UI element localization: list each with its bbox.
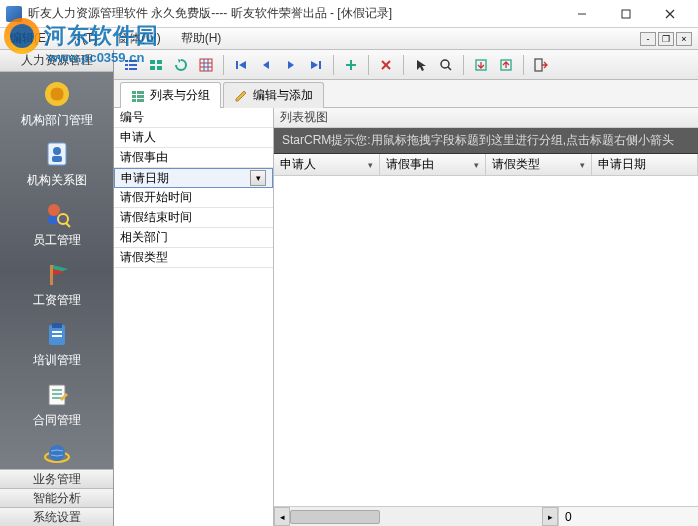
- svg-rect-24: [129, 60, 137, 62]
- chevron-down-icon[interactable]: ▾: [474, 160, 479, 170]
- notepad-icon: [41, 378, 73, 410]
- scroll-left-icon[interactable]: ◂: [274, 507, 290, 526]
- field-row[interactable]: 请假开始时间: [114, 188, 273, 208]
- field-row[interactable]: 请假事由: [114, 148, 273, 168]
- field-row[interactable]: 编号: [114, 108, 273, 128]
- left-navigation: 人力资源管理 机构部门管理 机构关系图 员工管理 工资管理 培训管理: [0, 50, 114, 526]
- field-label: 请假结束时间: [120, 209, 192, 226]
- field-row-selected[interactable]: 申请日期▾: [114, 168, 273, 188]
- footer-btn-settings[interactable]: 系统设置: [0, 507, 113, 526]
- pencil-icon: [234, 89, 248, 103]
- maximize-button[interactable]: [604, 0, 648, 28]
- svg-rect-29: [150, 60, 155, 64]
- toolbar-separator: [523, 55, 524, 75]
- toolbar-separator: [368, 55, 369, 75]
- field-label: 编号: [120, 109, 144, 126]
- nav-item-training[interactable]: 培训管理: [0, 312, 113, 372]
- tab-list-group[interactable]: 列表与分组: [120, 82, 221, 108]
- close-button[interactable]: [648, 0, 692, 28]
- col-label: 申请日期: [598, 156, 646, 173]
- nav-label: 合同管理: [33, 412, 81, 429]
- toolbar-pointer-icon[interactable]: [410, 54, 432, 76]
- svg-rect-28: [129, 68, 137, 70]
- svg-rect-17: [49, 385, 65, 405]
- dropdown-icon[interactable]: ▾: [250, 170, 266, 186]
- mdi-close-button[interactable]: ×: [676, 32, 692, 46]
- field-row[interactable]: 请假结束时间: [114, 208, 273, 228]
- toolbar-find-icon[interactable]: [435, 54, 457, 76]
- nav-section-header[interactable]: 人力资源管理: [0, 50, 113, 72]
- phone-icon: [41, 78, 73, 110]
- mdi-minimize-button[interactable]: -: [640, 32, 656, 46]
- horizontal-scrollbar[interactable]: ◂ ▸: [274, 507, 558, 526]
- svg-rect-49: [132, 91, 136, 94]
- menu-help[interactable]: 帮助(H): [177, 28, 226, 49]
- nav-item-org-chart[interactable]: 机构关系图: [0, 132, 113, 192]
- toolbar-delete-icon[interactable]: [375, 54, 397, 76]
- app-icon: [6, 6, 22, 22]
- grid-column-header[interactable]: 申请日期: [592, 154, 698, 175]
- toolbar-first-icon[interactable]: [230, 54, 252, 76]
- svg-rect-53: [132, 99, 136, 102]
- scroll-thumb[interactable]: [290, 510, 380, 524]
- nav-label: 员工管理: [33, 232, 81, 249]
- field-row[interactable]: 申请人: [114, 128, 273, 148]
- grid-column-header[interactable]: 申请人▾: [274, 154, 380, 175]
- svg-rect-26: [129, 64, 137, 66]
- footer-btn-analysis[interactable]: 智能分析: [0, 488, 113, 507]
- grid-column-header[interactable]: 请假事由▾: [380, 154, 486, 175]
- nav-item-salary[interactable]: 工资管理: [0, 252, 113, 312]
- field-row[interactable]: 相关部门: [114, 228, 273, 248]
- nav-item-org-dept[interactable]: 机构部门管理: [0, 72, 113, 132]
- globe-icon: [41, 438, 73, 469]
- field-row[interactable]: 请假类型: [114, 248, 273, 268]
- toolbar-next-icon[interactable]: [280, 54, 302, 76]
- status-count: 0: [558, 507, 698, 526]
- svg-rect-7: [52, 156, 62, 162]
- chevron-down-icon[interactable]: ▾: [368, 160, 373, 170]
- toolbar-list-icon[interactable]: [120, 54, 142, 76]
- toolbar-last-icon[interactable]: [305, 54, 327, 76]
- svg-rect-12: [50, 265, 53, 285]
- tab-edit-add[interactable]: 编辑与添加: [223, 82, 324, 108]
- toolbar-grid-icon[interactable]: [195, 54, 217, 76]
- chevron-down-icon[interactable]: ▾: [580, 160, 585, 170]
- footer-btn-business[interactable]: 业务管理: [0, 469, 113, 488]
- toolbar-import-icon[interactable]: [470, 54, 492, 76]
- svg-rect-25: [125, 64, 128, 66]
- scroll-right-icon[interactable]: ▸: [542, 507, 558, 526]
- nav-item-contract[interactable]: 合同管理: [0, 372, 113, 432]
- toolbar-card-icon[interactable]: [145, 54, 167, 76]
- grid-column-header[interactable]: 请假类型▾: [486, 154, 592, 175]
- svg-rect-48: [535, 59, 542, 71]
- nav-item-employee[interactable]: 员工管理: [0, 192, 113, 252]
- window-title: 昕友人力资源管理软件 永久免费版---- 昕友软件荣誉出品 - [休假记录]: [28, 5, 560, 22]
- svg-point-8: [48, 204, 60, 216]
- menu-edit[interactable]: 编辑(E): [6, 28, 54, 49]
- group-hint-bar[interactable]: StarCRM提示您:用鼠标拖拽字段标题到这里进行分组,点击标题右侧小箭头: [274, 128, 698, 154]
- toolbar-prev-icon[interactable]: [255, 54, 277, 76]
- nav-item-leave[interactable]: 请假管理: [0, 432, 113, 469]
- col-label: 请假类型: [492, 156, 540, 173]
- mdi-restore-button[interactable]: ❐: [658, 32, 674, 46]
- toolbar-add-icon[interactable]: [340, 54, 362, 76]
- person-search-icon: [41, 198, 73, 230]
- svg-rect-50: [137, 91, 144, 94]
- titlebar: 昕友人力资源管理软件 永久免费版---- 昕友软件荣誉出品 - [休假记录]: [0, 0, 698, 28]
- minimize-button[interactable]: [560, 0, 604, 28]
- svg-rect-54: [137, 99, 144, 102]
- svg-line-11: [66, 223, 70, 227]
- fields-panel: 编号 申请人 请假事由 申请日期▾ 请假开始时间 请假结束时间 相关部门 请假类…: [114, 108, 274, 526]
- grid-body[interactable]: [274, 176, 698, 506]
- flag-icon: [41, 258, 73, 290]
- toolbar-exit-icon[interactable]: [530, 54, 552, 76]
- menu-font[interactable]: 窗体(W): [113, 28, 164, 49]
- grid-title: 列表视图: [274, 108, 698, 128]
- tab-label: 编辑与添加: [253, 87, 313, 104]
- toolbar-refresh-icon[interactable]: [170, 54, 192, 76]
- menubar: 编辑(E) 卡(T) 窗体(W) 帮助(H) - ❐ ×: [0, 28, 698, 50]
- toolbar-export-icon[interactable]: [495, 54, 517, 76]
- svg-rect-1: [622, 10, 630, 18]
- svg-point-6: [53, 147, 61, 155]
- menu-card[interactable]: 卡(T): [66, 28, 101, 49]
